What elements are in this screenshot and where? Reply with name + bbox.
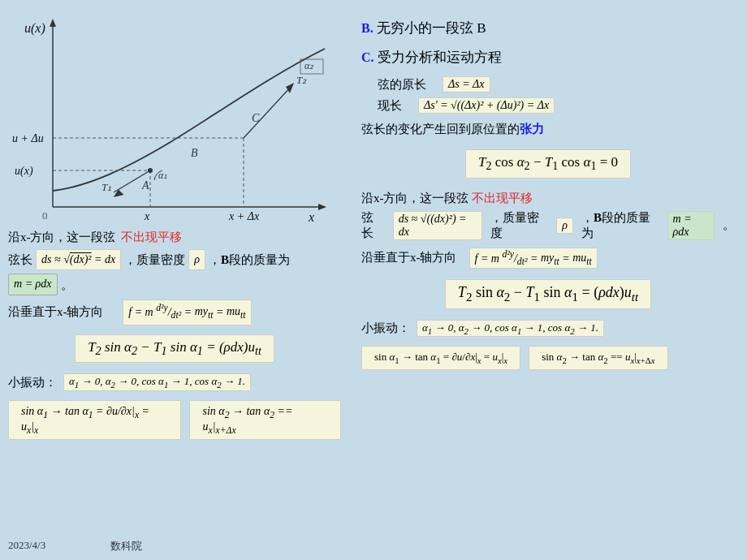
sin-alpha2-formula: sin α2 → tan α2 == ux|x+Δx [189, 400, 341, 441]
string-length-label: 弦长 [361, 210, 385, 241]
ds-dx-formula: ds ≈ √((dx)²) = dx [393, 211, 482, 240]
delta-sprime-formula: Δs' = √((Δx)² + (Δu)²) = Δx [418, 97, 555, 114]
f-myu-formula: f = m d²y/dt² = mytt = mutt [469, 248, 598, 269]
institution-label: 数科院 [110, 539, 142, 554]
svg-text:0: 0 [42, 209, 48, 222]
svg-text:B: B [191, 147, 198, 159]
section-C-label: C. [361, 50, 374, 64]
line1-highlight: 不出现平移 [121, 227, 182, 247]
svg-text:α₂: α₂ [304, 60, 314, 71]
sin-a1-detailed: sin α1 → tan α1 = ∂u/∂x|x = ux|x [361, 346, 520, 370]
current-length-row: 现长 Δs' = √((Δx)² + (Δu)²) = Δx [361, 97, 735, 114]
sin-a2-detailed: sin α2 → tan α2 == ux|x+Δx [529, 346, 667, 370]
perp-direction-row: 沿垂直于x-轴方向 f = m d²y/dt² = mytt = mutt [361, 248, 735, 269]
line2-end: 。 [61, 275, 73, 295]
svg-text:x + Δx: x + Δx [228, 210, 260, 222]
svg-marker-1 [50, 19, 56, 27]
small-vib-right: 小振动： α1 → 0, α2 → 0, cos α1 → 1, cos α2 … [361, 320, 735, 338]
x-direction-text: 沿x-方向，这一段弦 [361, 192, 469, 205]
svg-text:A: A [141, 179, 149, 192]
rho-formula: ρ [188, 249, 205, 270]
ds-formula: ds ≈ √(dx)² = dx [36, 249, 121, 270]
current-length-label: 现长 [378, 98, 402, 114]
graph-area: u(x) x 0 u + Δu u(x) [8, 12, 333, 223]
line2-prefix: 弦长 [8, 250, 32, 269]
svg-marker-24 [286, 83, 294, 93]
svg-text:x: x [144, 210, 150, 222]
small-vib-right-formula: α1 → 0, α2 → 0, cos α1 → 1, cos α2 → 1. [417, 320, 604, 338]
large-formula-1: T2 sin α2 − T1 sin α1 = (ρdx)utt [8, 332, 341, 365]
svg-marker-20 [113, 189, 124, 197]
main-container: u(x) x 0 u + Δu u(x) [0, 0, 747, 560]
section-B: B. 无穷小的一段弦 B [361, 16, 735, 41]
section-B-text: 无穷小的一段弦 B [377, 20, 486, 36]
sin-alpha1-formula: sin α1 → tan α1 = ∂u/∂x|x = ux|x [8, 400, 181, 441]
tension-text: 弦长的变化产生回到原位置的 [361, 123, 520, 136]
cos-formula: T2 cos α2 − T1 cos α1 = 0 [465, 149, 631, 178]
left-panel: u(x) x 0 u + Δu u(x) [0, 0, 349, 560]
mass-formula: m = ρdx [8, 274, 58, 295]
small-vib-right-label: 小振动： [361, 321, 410, 336]
big-formula-row: T2 sin α2 − T1 sin α1 = (ρdx)utt [361, 277, 735, 312]
no-translation-text: 不出现平移 [472, 192, 533, 205]
svg-text:T₂: T₂ [296, 74, 307, 86]
svg-text:u(x): u(x) [24, 21, 45, 36]
date-label: 2023/4/3 [8, 539, 45, 554]
density-label: ，质量密度 [490, 210, 549, 241]
svg-text:u(x): u(x) [15, 165, 33, 178]
delta-s-formula: Δs = Δx [443, 76, 490, 93]
line1-section: 沿x-方向，这一段弦 不出现平移 [8, 227, 341, 247]
line1-text: 沿x-方向，这一段弦 [8, 227, 116, 247]
small-vib-label: 小振动： [8, 375, 57, 390]
line2-mass-label: ，B段的质量为 [209, 250, 290, 269]
original-length-row: 弦的原长 Δs = Δx [361, 76, 735, 93]
cos-formula-row: T2 cos α2 − T1 cos α1 = 0 [361, 147, 735, 180]
big-T-formula: T2 sin α2 − T1 sin α1 = (ρdx)utt [445, 279, 651, 309]
line2-density-label: ，质量密度 [124, 250, 185, 269]
line2-section: 弦长 ds ≈ √(dx)² = dx ，质量密度 ρ ，B段的质量为 m = … [8, 249, 341, 295]
svg-line-23 [244, 85, 292, 138]
svg-text:T₁: T₁ [101, 181, 111, 193]
small-vib-formula: α1 → 0, α2 → 0, cos α1 → 1, cos α2 → 1. [63, 373, 251, 391]
x-direction-row: 沿x-方向，这一段弦 不出现平移 [361, 191, 735, 206]
line3-text: 沿垂直于x-轴方向 [8, 304, 104, 317]
section-B-label: B. [361, 21, 374, 35]
line3-section: 沿垂直于x-轴方向 f = m d²y/dt² = mytt = mutt [8, 299, 341, 325]
svg-text:u + Δu: u + Δu [12, 132, 44, 144]
sin-formulas-row: sin α1 → tan α1 = ∂u/∂x|x = ux|x sin α2 … [361, 343, 735, 373]
right-panel: B. 无穷小的一段弦 B C. 受力分析和运动方程 弦的原长 Δs = Δx 现… [349, 0, 747, 560]
formula-T2T1: T2 sin α2 − T1 sin α1 = (ρdx)utt [75, 334, 274, 363]
tension-row: 弦长的变化产生回到原位置的张力 [361, 122, 735, 137]
section-C: C. 受力分析和运动方程 [361, 45, 735, 71]
string-length-row: 弦长 ds ≈ √((dx)²) = dx ，质量密度 ρ ，B段的质量为 m … [361, 210, 735, 241]
section-C-text: 受力分析和运动方程 [378, 50, 502, 65]
perp-direction-label: 沿垂直于x-轴方向 [361, 250, 457, 265]
bottom-formulas: sin α1 → tan α1 = ∂u/∂x|x = ux|x sin α2 … [8, 398, 341, 443]
small-vib-section: 小振动： α1 → 0, α2 → 0, cos α1 → 1, cos α2 … [8, 373, 341, 391]
graph-svg: u(x) x 0 u + Δu u(x) [8, 12, 341, 227]
f-formula: f = m d²y/dt² = mytt = mutt [123, 299, 251, 325]
period-text: 。 [723, 218, 735, 233]
tension-force-label: 张力 [520, 123, 544, 136]
original-length-label: 弦的原长 [378, 77, 426, 93]
b-mass-label: ，B段的质量为 [581, 210, 659, 241]
mass-rho-formula: m = ρdx [667, 211, 715, 240]
bottom-bar: 2023/4/3 数科院 [8, 539, 142, 554]
svg-marker-3 [318, 204, 326, 210]
svg-text:x: x [308, 210, 314, 224]
rho-label: ρ [556, 218, 573, 234]
